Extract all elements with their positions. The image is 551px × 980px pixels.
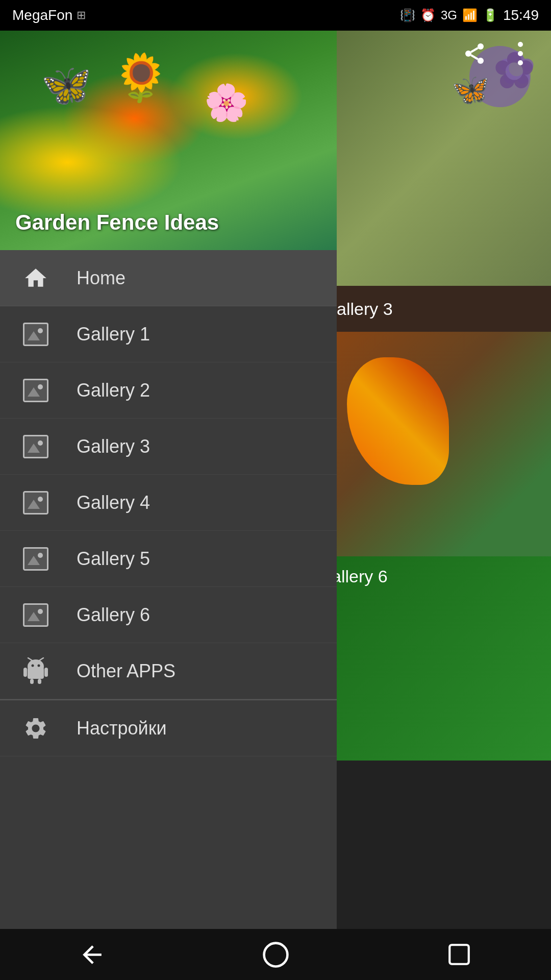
svg-rect-11 [44, 668, 48, 677]
signal-icon: 📶 [462, 8, 478, 22]
drawer-item-settings[interactable]: Настройки [0, 700, 337, 756]
svg-point-5 [518, 42, 523, 47]
svg-point-15 [38, 664, 40, 667]
status-bar-left: MegaFon ⊞ [12, 7, 86, 23]
gallery3-background-label: allery 3 [321, 286, 551, 332]
alarm-icon: ⏰ [420, 8, 436, 22]
status-bar-right: 📳 ⏰ 3G 📶 🔋 15:49 [400, 7, 539, 23]
recents-button[interactable] [439, 934, 480, 975]
svg-point-0 [478, 43, 484, 50]
android-icon [20, 656, 51, 687]
network-indicator: 3G [441, 8, 457, 22]
svg-rect-12 [30, 679, 34, 684]
drawer-item-gallery5[interactable]: Gallery 5 [0, 531, 337, 587]
gallery4-image-icon [20, 487, 51, 518]
battery-icon: 🔋 [483, 8, 498, 22]
svg-rect-13 [38, 679, 41, 684]
drawer-item-home[interactable]: Home [0, 250, 337, 306]
gallery3-text: allery 3 [337, 299, 393, 319]
svg-line-16 [28, 658, 32, 660]
drawer-item-gallery1[interactable]: Gallery 1 [0, 306, 337, 362]
gallery6-image-icon [20, 600, 51, 630]
drawer-item-gallery3-label: Gallery 3 [77, 436, 150, 457]
svg-point-18 [264, 943, 287, 966]
svg-rect-10 [23, 668, 27, 677]
svg-point-14 [32, 664, 34, 667]
gallery1-image-icon [20, 319, 51, 350]
navigation-drawer: 🦋 🌻 🌸 Garden Fence Ideas Home Gallery 1 [0, 31, 337, 929]
drawer-item-otherapps-label: Other APPS [77, 660, 176, 682]
svg-line-17 [39, 658, 43, 660]
status-bar: MegaFon ⊞ 📳 ⏰ 3G 📶 🔋 15:49 [0, 0, 551, 31]
svg-rect-19 [449, 945, 469, 964]
drawer-header: 🦋 🌻 🌸 Garden Fence Ideas [0, 31, 337, 250]
svg-line-4 [471, 48, 478, 52]
drawer-item-gallery1-label: Gallery 1 [77, 324, 150, 345]
svg-point-2 [478, 58, 484, 64]
carrier-name: MegaFon [12, 7, 72, 23]
drawer-item-otherapps[interactable]: Other APPS [0, 643, 337, 699]
gallery-preview-bottom-right: allery 6 [321, 556, 551, 761]
back-button[interactable] [71, 934, 112, 975]
drawer-item-settings-label: Настройки [77, 718, 167, 739]
vibrate-icon: 📳 [400, 8, 415, 22]
drawer-item-gallery4-label: Gallery 4 [77, 492, 150, 513]
settings-icon [20, 713, 51, 744]
svg-line-3 [471, 55, 478, 59]
bottom-navigation [0, 929, 551, 980]
more-options-button[interactable] [505, 38, 536, 69]
drawer-item-home-label: Home [77, 267, 126, 289]
svg-point-1 [465, 51, 471, 57]
gallery5-image-icon [20, 544, 51, 574]
gallery-preview-middle-right [321, 332, 551, 556]
home-button[interactable] [255, 934, 296, 975]
drawer-item-gallery4[interactable]: Gallery 4 [0, 475, 337, 531]
drawer-item-gallery3[interactable]: Gallery 3 [0, 419, 337, 475]
share-button[interactable] [459, 38, 490, 69]
time-display: 15:49 [503, 7, 539, 23]
gallery2-image-icon [20, 375, 51, 406]
drawer-item-gallery6[interactable]: Gallery 6 [0, 587, 337, 643]
svg-point-6 [518, 51, 523, 56]
drawer-item-gallery2-label: Gallery 2 [77, 380, 150, 401]
gallery3-image-icon [20, 431, 51, 462]
home-icon [20, 263, 51, 293]
carrier-icon: ⊞ [77, 9, 86, 22]
svg-point-7 [518, 60, 523, 65]
drawer-item-gallery5-label: Gallery 5 [77, 548, 150, 570]
drawer-menu: Home Gallery 1 Gallery 2 Gallery 3 [0, 250, 337, 929]
drawer-header-title: Garden Fence Ideas [15, 210, 219, 235]
svg-rect-9 [28, 668, 44, 679]
drawer-item-gallery6-label: Gallery 6 [77, 604, 150, 626]
drawer-item-gallery2[interactable]: Gallery 2 [0, 362, 337, 419]
